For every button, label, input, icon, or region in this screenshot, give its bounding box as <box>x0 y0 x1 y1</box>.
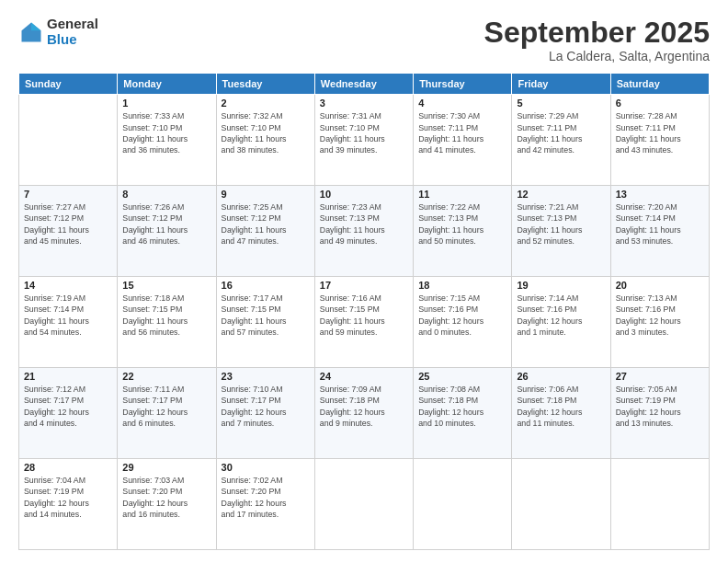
week-row-5: 28Sunrise: 7:04 AM Sunset: 7:19 PM Dayli… <box>19 459 710 550</box>
calendar: SundayMondayTuesdayWednesdayThursdayFrid… <box>18 73 710 550</box>
weekday-header-wednesday: Wednesday <box>314 74 413 95</box>
calendar-cell <box>512 459 610 550</box>
day-number: 18 <box>418 280 506 291</box>
calendar-cell: 19Sunrise: 7:14 AM Sunset: 7:16 PM Dayli… <box>512 277 610 368</box>
calendar-cell <box>610 459 709 550</box>
calendar-cell: 6Sunrise: 7:28 AM Sunset: 7:11 PM Daylig… <box>610 95 709 186</box>
day-number: 24 <box>320 371 408 382</box>
weekday-header-sunday: Sunday <box>19 74 118 95</box>
day-info: Sunrise: 7:13 AM Sunset: 7:16 PM Dayligh… <box>616 293 704 338</box>
calendar-cell: 4Sunrise: 7:30 AM Sunset: 7:11 PM Daylig… <box>414 95 512 186</box>
calendar-cell: 22Sunrise: 7:11 AM Sunset: 7:17 PM Dayli… <box>118 368 216 459</box>
weekday-header-tuesday: Tuesday <box>216 74 314 95</box>
calendar-cell: 20Sunrise: 7:13 AM Sunset: 7:16 PM Dayli… <box>610 277 709 368</box>
weekday-header-friday: Friday <box>512 74 610 95</box>
day-number: 29 <box>122 462 210 473</box>
calendar-cell <box>314 459 413 550</box>
calendar-cell: 23Sunrise: 7:10 AM Sunset: 7:17 PM Dayli… <box>216 368 314 459</box>
calendar-cell: 3Sunrise: 7:31 AM Sunset: 7:10 PM Daylig… <box>314 95 413 186</box>
day-number: 13 <box>616 189 704 200</box>
day-number: 9 <box>222 189 310 200</box>
day-info: Sunrise: 7:29 AM Sunset: 7:11 PM Dayligh… <box>517 110 605 155</box>
weekday-header-row: SundayMondayTuesdayWednesdayThursdayFrid… <box>19 74 710 95</box>
calendar-cell: 18Sunrise: 7:15 AM Sunset: 7:16 PM Dayli… <box>414 277 512 368</box>
location: La Caldera, Salta, Argentina <box>484 49 710 63</box>
weekday-header-thursday: Thursday <box>414 74 512 95</box>
calendar-cell: 7Sunrise: 7:27 AM Sunset: 7:12 PM Daylig… <box>19 186 118 277</box>
day-number: 27 <box>616 371 704 382</box>
day-number: 25 <box>418 371 506 382</box>
day-info: Sunrise: 7:10 AM Sunset: 7:17 PM Dayligh… <box>222 384 310 429</box>
day-info: Sunrise: 7:16 AM Sunset: 7:15 PM Dayligh… <box>320 293 408 338</box>
day-number: 6 <box>616 98 704 109</box>
day-number: 3 <box>320 98 408 109</box>
day-number: 10 <box>320 189 408 200</box>
week-row-4: 21Sunrise: 7:12 AM Sunset: 7:17 PM Dayli… <box>19 368 710 459</box>
week-row-3: 14Sunrise: 7:19 AM Sunset: 7:14 PM Dayli… <box>19 277 710 368</box>
logo-text: General Blue <box>47 17 98 47</box>
day-info: Sunrise: 7:26 AM Sunset: 7:12 PM Dayligh… <box>122 201 210 247</box>
week-row-1: 1Sunrise: 7:33 AM Sunset: 7:10 PM Daylig… <box>19 95 710 186</box>
day-info: Sunrise: 7:17 AM Sunset: 7:15 PM Dayligh… <box>222 293 310 338</box>
day-info: Sunrise: 7:33 AM Sunset: 7:10 PM Dayligh… <box>122 110 210 155</box>
weekday-header-monday: Monday <box>118 74 216 95</box>
day-number: 20 <box>616 280 704 291</box>
day-number: 4 <box>418 98 506 109</box>
day-info: Sunrise: 7:03 AM Sunset: 7:20 PM Dayligh… <box>122 475 210 520</box>
day-info: Sunrise: 7:25 AM Sunset: 7:12 PM Dayligh… <box>222 201 310 247</box>
day-number: 30 <box>222 462 310 473</box>
day-number: 1 <box>122 98 210 109</box>
title-block: September 2025 La Caldera, Salta, Argent… <box>484 17 710 63</box>
day-info: Sunrise: 7:09 AM Sunset: 7:18 PM Dayligh… <box>320 384 408 429</box>
day-info: Sunrise: 7:32 AM Sunset: 7:10 PM Dayligh… <box>222 110 310 155</box>
day-number: 11 <box>418 189 506 200</box>
calendar-cell: 27Sunrise: 7:05 AM Sunset: 7:19 PM Dayli… <box>610 368 709 459</box>
day-info: Sunrise: 7:20 AM Sunset: 7:14 PM Dayligh… <box>616 201 704 247</box>
day-info: Sunrise: 7:02 AM Sunset: 7:20 PM Dayligh… <box>222 475 310 520</box>
calendar-cell: 25Sunrise: 7:08 AM Sunset: 7:18 PM Dayli… <box>414 368 512 459</box>
day-info: Sunrise: 7:04 AM Sunset: 7:19 PM Dayligh… <box>24 475 112 520</box>
day-number: 17 <box>320 280 408 291</box>
calendar-cell: 26Sunrise: 7:06 AM Sunset: 7:18 PM Dayli… <box>512 368 610 459</box>
calendar-cell: 10Sunrise: 7:23 AM Sunset: 7:13 PM Dayli… <box>314 186 413 277</box>
calendar-cell: 2Sunrise: 7:32 AM Sunset: 7:10 PM Daylig… <box>216 95 314 186</box>
day-number: 23 <box>222 371 310 382</box>
day-number: 21 <box>24 371 112 382</box>
calendar-cell: 29Sunrise: 7:03 AM Sunset: 7:20 PM Dayli… <box>118 459 216 550</box>
calendar-cell: 14Sunrise: 7:19 AM Sunset: 7:14 PM Dayli… <box>19 277 118 368</box>
day-info: Sunrise: 7:06 AM Sunset: 7:18 PM Dayligh… <box>517 384 605 429</box>
day-number: 19 <box>517 280 605 291</box>
calendar-cell: 11Sunrise: 7:22 AM Sunset: 7:13 PM Dayli… <box>414 186 512 277</box>
day-number: 12 <box>517 189 605 200</box>
calendar-cell <box>414 459 512 550</box>
weekday-header-saturday: Saturday <box>610 74 709 95</box>
day-info: Sunrise: 7:05 AM Sunset: 7:19 PM Dayligh… <box>616 384 704 429</box>
day-info: Sunrise: 7:12 AM Sunset: 7:17 PM Dayligh… <box>24 384 112 429</box>
day-number: 5 <box>517 98 605 109</box>
day-info: Sunrise: 7:19 AM Sunset: 7:14 PM Dayligh… <box>24 293 112 338</box>
logo-icon <box>18 19 44 45</box>
page: General Blue September 2025 La Caldera, … <box>0 0 728 563</box>
day-number: 28 <box>24 462 112 473</box>
day-info: Sunrise: 7:08 AM Sunset: 7:18 PM Dayligh… <box>418 384 506 429</box>
calendar-cell: 12Sunrise: 7:21 AM Sunset: 7:13 PM Dayli… <box>512 186 610 277</box>
logo: General Blue <box>18 17 98 47</box>
calendar-cell: 5Sunrise: 7:29 AM Sunset: 7:11 PM Daylig… <box>512 95 610 186</box>
day-info: Sunrise: 7:21 AM Sunset: 7:13 PM Dayligh… <box>517 201 605 247</box>
day-info: Sunrise: 7:18 AM Sunset: 7:15 PM Dayligh… <box>122 293 210 338</box>
day-number: 7 <box>24 189 112 200</box>
day-number: 8 <box>122 189 210 200</box>
header: General Blue September 2025 La Caldera, … <box>18 17 710 63</box>
calendar-cell: 9Sunrise: 7:25 AM Sunset: 7:12 PM Daylig… <box>216 186 314 277</box>
logo-blue: Blue <box>47 32 98 48</box>
day-number: 16 <box>222 280 310 291</box>
week-row-2: 7Sunrise: 7:27 AM Sunset: 7:12 PM Daylig… <box>19 186 710 277</box>
calendar-cell: 24Sunrise: 7:09 AM Sunset: 7:18 PM Dayli… <box>314 368 413 459</box>
month-title: September 2025 <box>484 17 710 49</box>
calendar-cell: 28Sunrise: 7:04 AM Sunset: 7:19 PM Dayli… <box>19 459 118 550</box>
day-number: 14 <box>24 280 112 291</box>
calendar-cell: 15Sunrise: 7:18 AM Sunset: 7:15 PM Dayli… <box>118 277 216 368</box>
calendar-cell: 8Sunrise: 7:26 AM Sunset: 7:12 PM Daylig… <box>118 186 216 277</box>
calendar-cell: 30Sunrise: 7:02 AM Sunset: 7:20 PM Dayli… <box>216 459 314 550</box>
day-number: 22 <box>122 371 210 382</box>
